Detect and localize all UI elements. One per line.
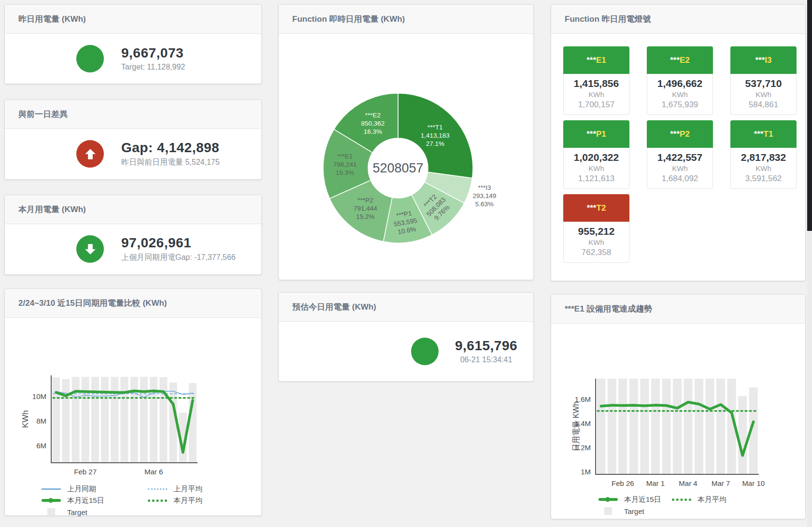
stat-timestamp: 06-21 15:34:41 — [455, 356, 517, 364]
tile-value: 955,212 — [564, 226, 629, 237]
compare-chart[interactable]: 6M8M10MFeb 27Mar 6KWh — [5, 318, 261, 482]
scrollbar-thumb[interactable] — [807, 0, 812, 231]
stat-row: 9,667,073 Target: 11,128,992 — [5, 34, 261, 83]
panel-title: 本月用電量 (KWh) — [5, 195, 261, 224]
legend-item[interactable]: Target — [598, 507, 644, 515]
tile-unit: KWh — [564, 90, 629, 99]
light-tile: ***I3537,710KWh584,861 — [730, 46, 797, 115]
legend-item[interactable]: 本月近15日 — [598, 495, 661, 504]
panel-title: 昨日用電量 (KWh) — [5, 5, 261, 34]
tile-name: ***T2 — [563, 194, 629, 222]
up-arrow-icon — [76, 140, 104, 168]
target-bar — [82, 377, 89, 463]
tile-unit: KWh — [564, 238, 629, 246]
panel-title: Function 昨日用電燈號 — [551, 5, 805, 34]
stat-value: Gap: 4,142,898 — [121, 140, 220, 156]
trend-chart[interactable]: 1M1.2M1.4M1.6MFeb 26Mar 1Mar 4Mar 7Mar 1… — [551, 324, 805, 491]
stat-value: 9,615,796 — [455, 338, 517, 354]
target-bar — [121, 377, 128, 463]
tile-value: 1,020,322 — [564, 152, 629, 163]
target-bar — [618, 379, 627, 474]
tile-unit: KWh — [647, 90, 712, 99]
panel-title: 與前一日差異 — [5, 100, 261, 129]
stat-row: 9,615,796 06-21 15:34:41 — [279, 322, 533, 381]
target-bar — [662, 379, 670, 474]
stat-row: 97,026,961 上個月同期用電Gap: -17,377,566 — [5, 224, 261, 274]
target-bar — [608, 379, 616, 474]
legend-label: 本月近15日 — [624, 495, 661, 504]
target-bar — [716, 379, 725, 474]
panel-lights: Function 昨日用電燈號 ***E11,415,856KWh1,700,1… — [551, 4, 806, 281]
tile-target: 1,700,157 — [564, 100, 629, 110]
tile-name: ***I3 — [730, 46, 797, 74]
green-dashed-line-icon — [148, 497, 167, 504]
y-axis-title: 日用電量 KWh — [572, 401, 580, 451]
tile-target: 1,675,939 — [647, 100, 712, 110]
legend-item[interactable]: 上月同期 — [42, 484, 148, 494]
x-tick-label: Feb 27 — [74, 468, 97, 476]
status-circle-green — [76, 45, 104, 72]
y-tick-label: 6M — [36, 442, 46, 450]
target-bar — [706, 379, 714, 474]
panel-donut: Function 即時日用電量 (KWh) ***T11,413,18327.1… — [278, 4, 534, 280]
target-swatch-icon — [598, 507, 618, 515]
target-bar — [640, 379, 649, 474]
panel-title: Function 即時日用電量 (KWh) — [279, 5, 533, 34]
legend-label: 上月同期 — [67, 484, 96, 494]
target-bar — [91, 377, 99, 463]
legend-item[interactable]: 本月平均 — [672, 495, 727, 504]
stat-value: 97,026,961 — [121, 235, 236, 251]
light-tile: ***P21,422,557KWh1,684,092 — [647, 120, 713, 189]
legend-item[interactable]: 本月平均 — [148, 496, 254, 505]
panel-title: 2/24~3/10 近15日同期用電量比較 (KWh) — [5, 289, 261, 318]
target-bar — [629, 379, 638, 474]
panel-compare: 2/24~3/10 近15日同期用電量比較 (KWh) 6M8M10MFeb 2… — [4, 288, 262, 516]
donut-center-total: 5208057 — [372, 161, 423, 175]
legend-label: 本月平均 — [698, 495, 727, 504]
panel-yesterday: 昨日用電量 (KWh) 9,667,073 Target: 11,128,992 — [4, 4, 262, 84]
donut-slice-label: ***I3293,1495.63% — [473, 184, 497, 208]
tile-value: 1,496,662 — [647, 78, 712, 89]
stat-value: 9,667,073 — [121, 45, 185, 61]
down-arrow-icon — [76, 235, 104, 263]
donut-chart[interactable]: ***T11,413,18327.1%***I3293,1495.63%***T… — [279, 34, 533, 282]
x-tick-label: Mar 1 — [646, 479, 665, 487]
x-tick-label: Mar 10 — [742, 479, 765, 487]
target-bar — [651, 379, 660, 474]
target-bar — [101, 377, 109, 463]
legend-label: 上月平均 — [173, 484, 202, 494]
target-bar — [140, 377, 148, 463]
tile-unit: KWh — [647, 164, 712, 172]
y-tick-label: 8M — [36, 417, 46, 425]
tile-unit: KWh — [731, 90, 796, 99]
light-tile: ***E11,415,856KWh1,700,157 — [563, 46, 629, 115]
panel-estimate: 預估今日用電量 (KWh) 9,615,796 06-21 15:34:41 — [278, 292, 534, 382]
tile-target: 1,121,613 — [564, 174, 629, 184]
panel-trend: ***E1 設備用電達成趨勢 1M1.2M1.4M1.6MFeb 26Mar 1… — [551, 294, 806, 519]
tile-target: 1,684,092 — [647, 174, 712, 184]
legend-item[interactable]: 本月近15日 — [42, 496, 148, 505]
target-bar — [159, 377, 167, 463]
tile-name: ***P2 — [647, 120, 713, 148]
target-bar — [52, 377, 60, 463]
scrollbar[interactable] — [807, 0, 812, 527]
green-line-icon — [598, 496, 618, 503]
tile-value: 537,710 — [731, 78, 796, 89]
dashboard: 昨日用電量 (KWh) 9,667,073 Target: 11,128,992… — [0, 0, 812, 527]
y-tick-label: 1M — [581, 468, 591, 476]
target-bar — [695, 379, 703, 474]
panel-month: 本月用電量 (KWh) 97,026,961 上個月同期用電Gap: -17,3… — [4, 195, 262, 275]
blue-dashed-line-icon — [148, 485, 167, 493]
tile-target: 3,591,562 — [731, 174, 796, 184]
legend-label: Target — [67, 508, 87, 516]
tile-name: ***E1 — [563, 46, 629, 74]
light-tile: ***E21,496,662KWh1,675,939 — [647, 46, 713, 115]
target-bar — [72, 377, 80, 463]
legend-item[interactable]: 上月平均 — [148, 484, 254, 494]
legend-item[interactable]: Target — [42, 508, 148, 516]
compare-legend: 上月同期上月平均本月近15日本月平均Target — [5, 483, 261, 518]
light-tile-grid: ***E11,415,856KWh1,700,157***E21,496,662… — [551, 34, 798, 263]
target-bar — [189, 383, 197, 463]
tile-name: ***T1 — [730, 120, 797, 148]
tile-target: 584,861 — [731, 100, 796, 110]
